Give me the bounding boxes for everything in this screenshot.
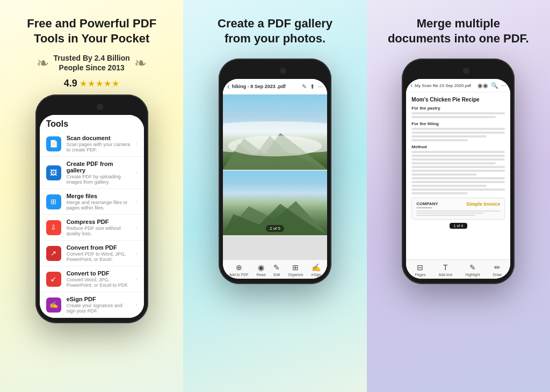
share-icon-center[interactable]: ⬆	[310, 83, 315, 90]
tool-icon-esign: ✍	[46, 297, 61, 313]
tool-gallery[interactable]: 🖼 Create PDF from gallery Create PDF by …	[40, 157, 144, 189]
doc-line-7	[411, 151, 505, 153]
doc-line-3	[411, 128, 505, 130]
chevron-scan: ›	[136, 141, 138, 147]
toolbar-add-text[interactable]: T Add text	[438, 263, 452, 277]
right-heading: Merge multiple documents into one PDF.	[388, 16, 529, 46]
tool-info-convert-from: Convert from PDF Convert PDF to Word, JP…	[67, 244, 131, 262]
edit-icon-center[interactable]: ✎	[302, 83, 307, 90]
right-toolbar: ⊟ Pages T Add text ✎ Highlight ✏ Draw	[406, 259, 510, 279]
inv-line-1	[416, 210, 500, 212]
phone-notch-right	[439, 65, 477, 77]
doc-section-pastry: For the pastry	[411, 106, 505, 111]
invoice-header: COMPANY Simple Invoice	[416, 201, 500, 208]
tool-desc-merge: Merge and rearrange files or pages withi…	[67, 200, 131, 210]
toolbar-read[interactable]: ◉ Read	[257, 263, 266, 277]
rating-number: 4.9	[64, 78, 77, 89]
tool-info-esign: eSign PDF Create your signature and sign…	[67, 296, 131, 314]
chevron-convert-to: ›	[136, 277, 138, 282]
pdf-header: ‹ hiking - 8 Sep 2023 .pdf ✎ ⬆ ···	[223, 79, 327, 95]
right-phone-screen: ‹ My Scan file 23 Sep 2020.pdf ◉◉ 🔍 ··· …	[406, 79, 510, 279]
add-pdf-icon: ⊕	[236, 263, 242, 272]
tool-icon-merge: ⊞	[46, 194, 61, 209]
trust-line2: People Since 2013	[53, 63, 129, 72]
tool-desc-compress: Reduce PDF size without quality loss.	[67, 226, 131, 236]
gallery-image-bottom: 2 of 5	[223, 171, 327, 235]
esign-label-center: eSign	[312, 273, 321, 277]
company-line	[416, 207, 432, 208]
chevron-compress: ›	[136, 225, 138, 230]
chevron-esign: ›	[136, 302, 138, 308]
doc-line-10	[411, 162, 496, 164]
chevron-gallery: ›	[136, 170, 138, 176]
more-icon-right[interactable]: ···	[501, 82, 506, 89]
toolbar-highlight[interactable]: ✎ Highlight	[465, 263, 480, 277]
organize-icon: ⊞	[292, 263, 299, 272]
tool-name-convert-from: Convert from PDF	[67, 244, 131, 251]
tool-info-compress: Compress PDF Reduce PDF size without qua…	[67, 219, 131, 236]
tool-esign[interactable]: ✍ eSign PDF Create your signature and si…	[40, 292, 144, 318]
doc-line-15	[411, 181, 505, 183]
binoculars-icon[interactable]: ◉◉	[477, 82, 488, 89]
center-heading: Create a PDF gallery from your photos.	[218, 16, 332, 46]
read-icon: ◉	[258, 263, 264, 272]
doc-line-1	[411, 112, 505, 114]
search-icon-right[interactable]: 🔍	[491, 82, 498, 89]
back-button-right[interactable]: ‹	[410, 82, 412, 89]
esign-icon-center: ✍	[312, 263, 321, 272]
phone-notch-center	[256, 65, 294, 77]
doc-line-8	[411, 155, 505, 157]
chevron-merge: ›	[136, 199, 138, 205]
trust-line1: Trusted By 2.4 Billion	[53, 53, 129, 63]
stars: ★★★★★	[79, 78, 120, 89]
organize-label: Organize	[288, 273, 303, 277]
tool-name-compress: Compress PDF	[67, 219, 131, 225]
center-toolbar: ⊕ Add to PDF ◉ Read ✎ Edit ⊞ Organize	[223, 259, 327, 279]
back-button-center[interactable]: ‹	[227, 82, 230, 91]
doc-line-12	[411, 170, 505, 172]
tool-desc-gallery: Create PDF by uploading images from gall…	[67, 174, 131, 185]
rating-row: 4.9 ★★★★★	[64, 78, 120, 89]
svg-point-2	[228, 136, 322, 157]
add-text-icon: T	[443, 263, 448, 272]
page-indicator: 2 of 5	[266, 225, 284, 232]
toolbar-esign-center[interactable]: ✍ eSign	[312, 263, 321, 277]
draw-label: Draw	[493, 273, 502, 277]
center-phone-screen: ‹ hiking - 8 Sep 2023 .pdf ✎ ⬆ ···	[223, 79, 327, 279]
trust-badge: ❧ Trusted By 2.4 Billion People Since 20…	[37, 53, 146, 72]
highlight-icon: ✎	[469, 263, 476, 272]
laurel-left: ❧	[37, 54, 49, 72]
tool-merge[interactable]: ⊞ Merge files Merge and rearrange files …	[40, 189, 144, 215]
draw-icon: ✏	[494, 263, 501, 272]
toolbar-draw[interactable]: ✏ Draw	[493, 263, 502, 277]
chevron-convert-from: ›	[136, 251, 138, 256]
toolbar-pages[interactable]: ⊟ Pages	[415, 263, 425, 277]
center-phone: ‹ hiking - 8 Sep 2023 .pdf ✎ ⬆ ···	[219, 59, 331, 284]
toolbar-edit[interactable]: ✎ Edit	[273, 263, 280, 277]
toolbar-organize[interactable]: ⊞ Organize	[288, 263, 303, 277]
tool-info-scan: Scan document Scan pages with your camer…	[67, 135, 131, 153]
tools-header: Tools	[40, 115, 144, 131]
pages-label: Pages	[415, 273, 425, 277]
doc-line-18	[411, 192, 467, 194]
tool-desc-convert-to: Convert Word, JPG, PowerPoint, or Excel …	[67, 277, 131, 288]
tool-convert-from[interactable]: ↗ Convert from PDF Convert PDF to Word, …	[40, 241, 144, 266]
page-nav-label: 1 of 4	[450, 223, 468, 229]
tool-info-gallery: Create PDF from gallery Create PDF by up…	[67, 161, 131, 185]
tool-compress[interactable]: ⇩ Compress PDF Reduce PDF size without q…	[40, 215, 144, 241]
tool-convert-to[interactable]: ↙ Convert to PDF Convert Word, JPG, Powe…	[40, 266, 144, 292]
doc-section-method: Method	[411, 144, 505, 149]
page-nav: 1 of 4	[411, 223, 505, 229]
toolbar-add-pdf[interactable]: ⊕ Add to PDF	[229, 263, 248, 277]
tool-desc-convert-from: Convert PDF to Word, JPG, PowerPoint, or…	[67, 251, 131, 262]
edit-icon: ✎	[273, 263, 280, 272]
add-text-label: Add text	[438, 273, 452, 277]
tool-icon-scan: 📄	[46, 136, 61, 151]
read-label: Read	[257, 273, 266, 277]
tool-scan[interactable]: 📄 Scan document Scan pages with your cam…	[40, 131, 144, 157]
tool-info-convert-to: Convert to PDF Convert Word, JPG, PowerP…	[67, 270, 131, 288]
doc-line-2	[411, 116, 496, 118]
doc-section-filling: For the filling	[411, 121, 505, 126]
more-icon-center[interactable]: ···	[318, 83, 323, 90]
tool-name-merge: Merge files	[67, 193, 131, 199]
